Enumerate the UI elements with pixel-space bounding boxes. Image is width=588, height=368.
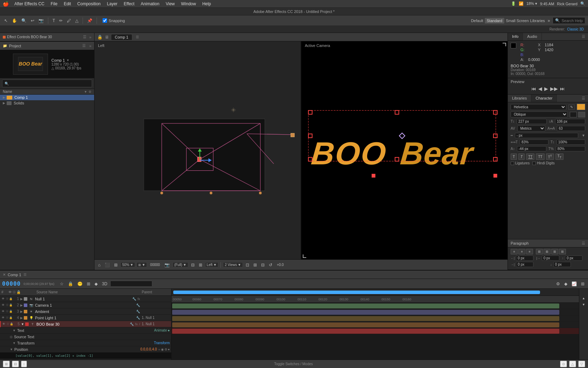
timeline-tab-comp1[interactable]: Comp 1	[8, 273, 21, 277]
workspace-more[interactable]: »	[546, 18, 552, 24]
layer-row-4[interactable]: 👁 ☉ 🔒 4 ▶ 💡 Point Light 1 🔧 1. Null 1	[0, 315, 171, 321]
layer-1-lock[interactable]: 🔒	[9, 297, 13, 301]
layer-4-parent[interactable]: 1. Null 1	[142, 316, 170, 320]
menu-help[interactable]: Help	[200, 1, 214, 7]
tl-bottom-btn2[interactable]: ⊟	[12, 361, 19, 367]
timeline-close-btn[interactable]: ✕	[3, 273, 6, 277]
layer-4-arrow[interactable]: ▶	[20, 316, 23, 320]
layer-row-3[interactable]: 👁 ☉ 🔒 3 ▶ ☀ Ambient 🔧	[0, 308, 171, 315]
layer-5-parent[interactable]: 1. Null 1	[142, 322, 170, 326]
menu-animation[interactable]: Animation	[138, 1, 162, 7]
pos-icon4[interactable]: ●	[168, 348, 170, 351]
track-bar-3[interactable]	[172, 316, 559, 321]
hindi-digits-checkbox[interactable]	[532, 162, 536, 165]
layer-3-lock[interactable]: 🔒	[9, 310, 13, 313]
tl-bottom-btn5[interactable]: △	[569, 361, 576, 367]
font-family-select[interactable]: Helvetica	[511, 104, 566, 110]
tab-info[interactable]: Info	[508, 33, 523, 40]
menu-file[interactable]: File	[48, 1, 60, 7]
font-size-input[interactable]	[517, 119, 547, 124]
vscale-input[interactable]	[556, 139, 585, 145]
layer-5-eye[interactable]: 👁	[2, 322, 6, 326]
para-first-input[interactable]	[516, 262, 533, 267]
char-panel-menu[interactable]: ☰	[579, 95, 588, 102]
tf-italic[interactable]: T	[518, 154, 525, 160]
tool-camera[interactable]: 📷	[37, 18, 45, 24]
tl-lock-btn[interactable]: 🔒	[66, 281, 75, 287]
list-options-button[interactable]: ⚙	[89, 90, 91, 94]
layer-2-lock[interactable]: 🔒	[9, 304, 13, 307]
tf-bold[interactable]: T	[511, 154, 517, 160]
track-edge-btn2[interactable]: ▼	[581, 302, 587, 307]
vb-home-btn[interactable]: ⌂	[97, 262, 102, 268]
layer-1-eye[interactable]: 👁	[1, 297, 5, 301]
info-panel-menu[interactable]: ☰	[579, 33, 588, 40]
para-space-after-input[interactable]	[553, 262, 571, 267]
preview-next-btn[interactable]: ▶▶	[550, 86, 558, 91]
layer-5-solo[interactable]: ☉	[6, 322, 9, 326]
layer-5-text-row[interactable]: ▼ Text Animate ●	[0, 327, 171, 334]
tl-collapse-btn[interactable]: ⊞	[85, 281, 92, 287]
layer-5-position-row[interactable]: ▼ Position 0.0,0.0,4.0 = ◉ ⚙ ●	[0, 346, 171, 353]
animate-icon[interactable]: ●	[168, 328, 170, 332]
layer-1-shy[interactable]: 🔧	[132, 297, 136, 301]
font-leading-input[interactable]	[555, 119, 585, 124]
tl-markers-btn[interactable]: ◆	[93, 281, 99, 287]
tf-cap2[interactable]: TT	[536, 154, 544, 160]
align-left-btn[interactable]: ≡	[511, 249, 518, 254]
text-expand-arrow[interactable]: ▼	[13, 329, 16, 332]
track-bar-4[interactable]	[172, 322, 559, 327]
search-icon[interactable]: 🔍	[580, 1, 585, 6]
baseline-input[interactable]	[517, 146, 546, 151]
menu-layer[interactable]: Layer	[104, 1, 120, 7]
layer-3-shy[interactable]: 🔧	[136, 310, 140, 313]
pos-icon2[interactable]: ◉	[161, 348, 164, 351]
para-indent-left-input[interactable]	[516, 255, 533, 261]
preview-play-btn[interactable]: ▶	[544, 86, 548, 91]
vb-camera-btn[interactable]: 📷	[163, 262, 171, 268]
vb-view-dropdown[interactable]: Left ▼	[205, 262, 219, 267]
justify-center-btn[interactable]: ⊞	[544, 249, 551, 254]
vb-timecode[interactable]: 00000	[148, 262, 162, 267]
timeline-zoom-bar[interactable]	[172, 289, 579, 296]
layer-row-5[interactable]: 👁 ☉ 🔒 5 ▼ T BOO Bear 30 🔧 fx / 1. Null 1	[0, 321, 171, 327]
layer-5-sourcetext-row[interactable]: ◎ Source Text	[0, 334, 171, 340]
tracking-input[interactable]	[557, 126, 585, 131]
project-search-input[interactable]	[10, 81, 90, 86]
tool-text[interactable]: T	[51, 18, 56, 24]
transform-reset-btn[interactable]: Transform	[154, 341, 170, 345]
timeline-tab-menu[interactable]: ☰	[23, 273, 27, 277]
para-space-before-input[interactable]	[565, 255, 582, 261]
project-panel-close[interactable]: »	[89, 44, 91, 48]
vb-zoom-dropdown[interactable]: 50% ▼	[120, 262, 135, 267]
vb-quality-dropdown[interactable]: (Full) ▼	[173, 262, 188, 267]
tool-brush[interactable]: 🖊	[65, 18, 72, 24]
layer-1-solo[interactable]: ☉	[5, 297, 9, 301]
tool-pen2[interactable]: ✏	[58, 18, 64, 24]
hindi-digits-item[interactable]: Hindi Digits	[532, 161, 555, 165]
menu-effect[interactable]: Effect	[121, 1, 137, 7]
tl-shy-btn[interactable]: 😶	[76, 281, 84, 287]
tool-pen[interactable]: ✋	[10, 18, 19, 24]
track-bar-2[interactable]	[172, 310, 559, 315]
ligatures-item[interactable]: Ligatures	[511, 161, 530, 165]
stroke-color-box1[interactable]	[570, 112, 577, 117]
toggle-switches[interactable]: Toggle Switches / Modes	[274, 362, 313, 366]
align-right-btn[interactable]: ≡	[526, 249, 533, 254]
project-item-comp1[interactable]: ▶ Comp 1	[0, 95, 94, 100]
preview-last-btn[interactable]: ⏭	[560, 86, 565, 91]
renderer-value[interactable]: Classic 3D	[567, 27, 584, 31]
justify-right-btn[interactable]: ⊞	[551, 249, 558, 254]
tl-expand-btn[interactable]: ⊞	[580, 281, 586, 287]
tl-graph-btn[interactable]: 📈	[570, 281, 578, 287]
justify-left-btn[interactable]: ⊞	[536, 249, 543, 254]
menu-view[interactable]: View	[163, 1, 177, 7]
font-color-box[interactable]	[577, 104, 585, 110]
tf-sub[interactable]: TT	[555, 154, 564, 160]
menu-window[interactable]: Window	[178, 1, 199, 7]
tf-cap1[interactable]: TT	[526, 154, 534, 160]
layer-1-arrow[interactable]: ▶	[20, 297, 23, 301]
tool-rotate[interactable]: ↩	[29, 18, 36, 24]
search-help-box[interactable]: 🔍 Search Help	[553, 17, 585, 24]
position-expand-arrow[interactable]: ▼	[10, 348, 13, 351]
